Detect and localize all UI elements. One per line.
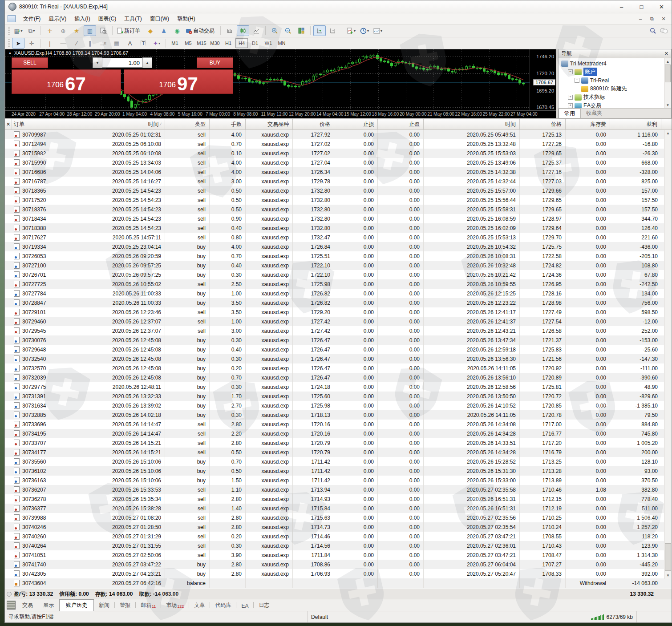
strategy-tester-button[interactable] xyxy=(97,25,109,36)
tree-node-mt4[interactable]: Tri Metatrader4 xyxy=(559,59,664,68)
table-row[interactable]: 307341952020.05.26 14:14:47sell2.20xauus… xyxy=(5,429,672,438)
terminal-tab-4[interactable]: 新闻 xyxy=(94,600,114,611)
table-row[interactable]: 307300762020.05.26 12:45:08buy0.30xauusd… xyxy=(5,335,672,345)
bar-chart-button[interactable] xyxy=(223,25,236,36)
table-row[interactable]: 307267012020.05.26 09:57:25buy0.30xauusd… xyxy=(5,270,672,279)
menu-item[interactable]: 工具(T) xyxy=(120,14,146,23)
table-row[interactable]: 307277842020.05.26 11:00:33buy1.00xauusd… xyxy=(5,289,672,298)
vertical-line-button[interactable]: | xyxy=(44,38,56,48)
fibonacci-button[interactable]: 𝄙E xyxy=(97,38,109,48)
terminal-button[interactable]: ▥ xyxy=(84,25,96,36)
horizontal-line-button[interactable]: — xyxy=(57,38,69,48)
signals-button[interactable]: ◉ xyxy=(171,25,183,36)
time-axis[interactable]: 24 Apr 202027 Apr 04:0028 Apr 12:0029 Ap… xyxy=(5,110,556,118)
chart-shift-button[interactable] xyxy=(327,25,339,36)
tile-windows-button[interactable] xyxy=(295,25,308,36)
mdi-close-button[interactable]: ✕ xyxy=(660,16,667,22)
scroll-thumb[interactable] xyxy=(665,65,671,82)
table-row[interactable]: 307417402020.05.27 03:47:22buy2.80xauusd… xyxy=(5,560,672,569)
table-row[interactable]: 307288472020.05.26 11:00:33buy3.50xauusd… xyxy=(5,298,672,307)
navigator-button[interactable]: ★ xyxy=(70,25,83,36)
autotrading-button[interactable]: 自动交易 xyxy=(184,25,218,36)
search-icon[interactable] xyxy=(650,28,656,34)
terminal-tab-3[interactable]: 账户历史 xyxy=(59,599,94,611)
table-row[interactable]: 307183882020.05.25 14:54:23sell0.40xauus… xyxy=(5,223,672,233)
table-row[interactable]: 307167872020.05.25 14:16:27sell3.00xauus… xyxy=(5,177,672,186)
buy-price-box[interactable]: 1706 97 xyxy=(124,69,233,94)
indicators-button[interactable]: + ▾ xyxy=(345,25,357,36)
terminal-tab-9[interactable]: 代码库 xyxy=(210,600,236,611)
history-scroll-thumb[interactable] xyxy=(665,543,671,571)
status-profile[interactable]: Default xyxy=(308,611,561,622)
table-row[interactable]: 307193342020.05.25 23:04:14buy4.00xauusd… xyxy=(5,242,672,251)
timeframe-mn[interactable]: MN xyxy=(275,38,288,48)
table-row[interactable]: 307166862020.05.25 14:04:06sell4.00xauus… xyxy=(5,167,672,177)
column-header[interactable]: 时间 xyxy=(424,119,520,129)
history-scroll-up-icon[interactable]: ▲ xyxy=(664,130,672,137)
text-label-button[interactable]: T xyxy=(137,38,150,48)
table-row[interactable]: 307402462020.05.27 01:28:50sell2.80xauus… xyxy=(5,522,672,532)
table-row[interactable]: 307159902020.05.25 13:34:03sell4.00xauus… xyxy=(5,158,672,167)
mdi-restore-button[interactable]: ⧉ xyxy=(648,16,656,22)
table-row[interactable]: 307297752020.05.26 12:48:11buy0.30xauusd… xyxy=(5,382,672,392)
table-row[interactable]: 307316342020.05.26 13:39:02buy2.70xauusd… xyxy=(5,401,672,410)
timeframe-m1[interactable]: M1 xyxy=(169,38,181,48)
navigator-scrollbar[interactable]: ▲ ▼ xyxy=(664,58,671,108)
data-window-button[interactable]: ⊕ xyxy=(57,25,69,36)
column-header[interactable]: 手数 xyxy=(210,119,246,129)
history-scrollbar[interactable]: ▲ ▼ xyxy=(664,130,672,579)
column-header[interactable]: 交易品种 xyxy=(246,119,293,129)
new-chart-button[interactable]: ▦+▾ xyxy=(12,25,24,36)
sell-price-box[interactable]: 1706 67 xyxy=(12,69,121,94)
buy-button[interactable]: BUY xyxy=(197,57,233,68)
tree-node-indicators[interactable]: +技术指标 xyxy=(559,93,664,101)
terminal-tab-11[interactable]: 日志 xyxy=(254,600,274,611)
terminal-tab-2[interactable]: 展示 xyxy=(38,600,59,611)
column-header[interactable]: 价格 xyxy=(293,119,334,129)
table-row[interactable]: 307341772020.05.26 14:15:21sell0.50xauus… xyxy=(5,448,672,457)
lot-decrease-button[interactable]: ▼ xyxy=(93,57,102,68)
menu-item[interactable]: 窗口(W) xyxy=(146,14,173,23)
timeframe-m5[interactable]: M5 xyxy=(182,38,194,48)
table-row[interactable]: 307402602020.05.27 01:31:29sell0.20xauus… xyxy=(5,532,672,541)
terminal-tab-8[interactable]: 文章 xyxy=(189,600,210,611)
timeframe-h1[interactable]: H1 xyxy=(222,38,235,48)
tree-node-user[interactable]: 880910: 陈建先 xyxy=(559,85,664,93)
minimize-button[interactable]: – xyxy=(611,0,632,13)
table-row[interactable]: 307337072020.05.26 14:15:21sell2.80xauus… xyxy=(5,438,672,448)
terminal-tab-7[interactable]: 市场122 xyxy=(161,600,189,611)
mdi-minimize-button[interactable]: – xyxy=(637,16,644,22)
column-header[interactable]: 类型 xyxy=(165,119,210,129)
menu-item[interactable]: 文件(F) xyxy=(19,14,45,23)
tree-node-ea[interactable]: +EA交易 xyxy=(559,101,664,108)
table-row[interactable]: 307291012020.05.26 12:23:46sell3.50xauus… xyxy=(5,307,672,317)
terminal-tab-5[interactable]: 警报 xyxy=(115,600,135,611)
navigator-close-icon[interactable]: ✕ xyxy=(664,51,668,57)
table-row[interactable]: 307336962020.05.26 14:14:47sell2.80xauus… xyxy=(5,420,672,429)
column-header[interactable]: 获利 xyxy=(610,119,661,129)
lot-size-input[interactable] xyxy=(102,58,142,68)
menu-item[interactable]: 插入(I) xyxy=(70,14,94,23)
cursor-button[interactable]: ➤ xyxy=(12,38,24,48)
table-row[interactable]: 307260532020.05.26 09:20:59buy0.70xauusd… xyxy=(5,251,672,261)
table-row[interactable]: 307184342020.05.25 14:54:23sell0.90xauus… xyxy=(5,214,672,223)
trendline-button[interactable]: ∕ xyxy=(70,38,83,48)
scroll-down-icon[interactable]: ▼ xyxy=(666,102,670,108)
column-header[interactable]: 止损 xyxy=(334,119,378,129)
table-row[interactable]: 307363772020.05.26 15:38:28sell1.40xauus… xyxy=(5,504,672,513)
tree-node-server[interactable]: −Tri-Real xyxy=(559,76,664,85)
collapse-icon[interactable]: − xyxy=(568,69,573,74)
collapse-icon[interactable]: − xyxy=(575,78,579,83)
table-row[interactable]: 307362072020.05.26 15:33:53sell1.10xauus… xyxy=(5,485,672,494)
expand-icon[interactable]: + xyxy=(568,103,573,108)
table-row[interactable]: 307176272020.05.25 14:57:11sell0.80xauus… xyxy=(5,233,672,242)
table-row[interactable]: 307124942020.05.25 06:10:08sell0.70xauus… xyxy=(5,139,672,149)
candlestick-button[interactable] xyxy=(237,25,249,36)
tree-node-accounts[interactable]: −账户 xyxy=(559,68,664,76)
table-row[interactable]: 307175202020.05.25 14:54:23sell0.50xauus… xyxy=(5,195,672,205)
toolbar-grip[interactable] xyxy=(8,27,10,35)
balance-row[interactable]: 307436042020.05.27 06:42:16balanceWithdr… xyxy=(5,578,672,588)
column-header[interactable]: 订单 xyxy=(12,119,107,129)
lot-increase-button[interactable]: ▲ xyxy=(142,57,152,68)
shapes-button[interactable]: ▦ xyxy=(110,38,123,48)
